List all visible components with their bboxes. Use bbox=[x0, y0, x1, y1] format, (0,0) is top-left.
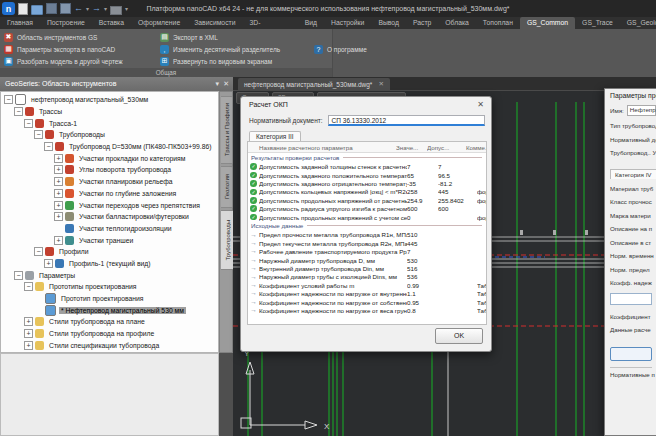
decimal-separator-command[interactable]: ,Изменить десятичный разделитель bbox=[160, 43, 308, 55]
ribbon-tab-gs_trace[interactable]: GS_Trace bbox=[575, 17, 620, 29]
ribbon-tab-gs_geology[interactable]: GS_Geology bbox=[620, 17, 656, 29]
tree-expander-icon[interactable]: − bbox=[14, 107, 23, 116]
ribbon-tab-растр[interactable]: Растр bbox=[406, 17, 438, 29]
tree-expander-icon[interactable]: + bbox=[44, 259, 53, 268]
open-file-icon[interactable] bbox=[31, 5, 43, 15]
table-row[interactable]: →Внутренний диаметр трубопровода Din, мм… bbox=[248, 264, 486, 272]
ribbon-tab-вид[interactable]: Вид bbox=[298, 17, 324, 29]
table-row[interactable]: →Рабочее давление транспортируемого прод… bbox=[248, 248, 486, 256]
export-xml-command[interactable]: ▤Экспорт в XML bbox=[160, 31, 308, 43]
tree-item[interactable]: +Профиль-1 (текущий вид) bbox=[1, 258, 218, 270]
tree-item[interactable]: −Параметры bbox=[1, 269, 218, 281]
tree-item[interactable]: +Участки переходов через препятствия bbox=[1, 199, 218, 211]
nanocad-logo-icon[interactable]: n bbox=[2, 2, 15, 15]
tree-expander-icon[interactable]: + bbox=[54, 165, 63, 174]
category-tab[interactable]: Категория III bbox=[249, 131, 301, 141]
explode-model-command[interactable]: ▣Разобрать модель в другой чертеж bbox=[4, 55, 154, 67]
tree-expander-icon[interactable]: + bbox=[54, 189, 63, 198]
tool-palette-command[interactable]: ✖Область инструментов GS bbox=[4, 31, 154, 43]
table-row[interactable]: →Предел текучести металла трубопровода R… bbox=[248, 239, 486, 247]
tree-expander-icon[interactable]: − bbox=[34, 130, 43, 139]
table-row[interactable]: →Коэффициент надежности по нагрузке от в… bbox=[248, 306, 486, 314]
save-file-icon[interactable] bbox=[46, 3, 57, 14]
save-all-icon[interactable] bbox=[60, 3, 71, 14]
tree-expander-icon[interactable]: − bbox=[24, 282, 33, 291]
ribbon-tab-топоплан[interactable]: Топоплан bbox=[476, 17, 520, 29]
tree-item[interactable]: +Стили трубопровода на плане bbox=[1, 316, 218, 328]
table-row[interactable]: ✓Допустимость заданного положительного т… bbox=[248, 171, 486, 179]
ribbon-tab-главная[interactable]: Главная bbox=[0, 17, 40, 29]
tree-expander-icon[interactable]: + bbox=[24, 329, 33, 338]
norm-doc-input[interactable]: СП 36.13330.2012 bbox=[328, 115, 485, 126]
tree-item[interactable]: * Нефтепровод магистральный 530 мм bbox=[1, 304, 218, 316]
dialog-close-icon[interactable]: ✕ bbox=[477, 97, 484, 112]
ribbon-tab-построение[interactable]: Построение bbox=[40, 17, 92, 29]
redo-dropdown-icon[interactable]: ▾ bbox=[104, 6, 107, 12]
tree-item[interactable]: +Участки по глубине заложения bbox=[1, 188, 218, 200]
undo-dropdown-icon[interactable]: ▾ bbox=[86, 6, 89, 12]
tree-expander-icon[interactable]: − bbox=[24, 119, 33, 128]
tree-expander-icon[interactable]: − bbox=[4, 95, 13, 104]
vertical-tab-геология[interactable]: Геология bbox=[221, 166, 233, 208]
tree-expander-icon[interactable]: + bbox=[24, 341, 33, 350]
right-panel-button[interactable] bbox=[610, 347, 652, 361]
normative-bottom-bar[interactable]: Нормативные п bbox=[610, 367, 652, 378]
tree-expander-icon[interactable]: + bbox=[24, 317, 33, 326]
about-command[interactable]: ?О программе bbox=[314, 43, 384, 55]
tree-item[interactable]: −Трубопровод D=530мм (ПК480-ПК503+99.86) bbox=[1, 141, 218, 153]
tree-expander-icon[interactable]: + bbox=[54, 201, 63, 210]
ribbon-tab-настройки[interactable]: Настройки bbox=[324, 17, 371, 29]
print-icon[interactable] bbox=[110, 6, 122, 15]
tree-expander-icon[interactable]: − bbox=[44, 142, 53, 151]
tree-item[interactable]: −Трасса-1 bbox=[1, 117, 218, 129]
tree-item[interactable]: −Трубопроводы bbox=[1, 129, 218, 141]
document-tab-close-icon[interactable]: ✕ bbox=[378, 80, 383, 88]
ok-button[interactable]: OK bbox=[435, 328, 483, 344]
table-row[interactable]: →Наружный диаметр трубы с изоляцией Dins… bbox=[248, 273, 486, 281]
tree-item[interactable]: −нефтепровод магистральный_530мм bbox=[1, 94, 218, 106]
tree-item[interactable]: +Участки балластировки/футеровки bbox=[1, 211, 218, 223]
ribbon-tab-gs_common[interactable]: GS_Common bbox=[520, 17, 575, 29]
table-row[interactable]: ✓Допустимость заданного отрицательного т… bbox=[248, 179, 486, 187]
tree-expander-icon[interactable]: − bbox=[14, 271, 23, 280]
tree-item[interactable]: +Участки планировки рельефа bbox=[1, 176, 218, 188]
tree-item[interactable]: +Стили спецификации тубопровода bbox=[1, 339, 218, 351]
table-row[interactable]: →Коэффициент надежности по нагрузке от в… bbox=[248, 289, 486, 297]
right-panel-input[interactable] bbox=[610, 293, 652, 305]
table-row[interactable]: →Коэффициент условий работы m0.99Табл. 1… bbox=[248, 281, 486, 289]
panel-close-icon[interactable]: ✕ bbox=[223, 77, 229, 91]
new-file-icon[interactable] bbox=[18, 3, 28, 15]
table-row[interactable]: ✓Допустимость радиуса упругого изгиба к … bbox=[248, 204, 486, 212]
tree-expander-icon[interactable]: + bbox=[54, 154, 63, 163]
table-row[interactable]: ✓Допустимость продольных напряжений от р… bbox=[248, 196, 486, 204]
ribbon-tab-оформление[interactable]: Оформление bbox=[131, 17, 187, 29]
ribbon-tab-облака-точек[interactable]: Облака точек bbox=[438, 17, 476, 29]
tree-item[interactable]: −Прототипы проектирования bbox=[1, 281, 218, 293]
export-settings-command[interactable]: ▦Параметры экспорта в nanoCAD bbox=[4, 43, 154, 55]
table-row[interactable]: →Наружный диаметр трубопровода D, мм530 bbox=[248, 256, 486, 264]
tree-item[interactable]: Прототип проектирования bbox=[1, 293, 218, 305]
tree-item[interactable]: −Профили bbox=[1, 246, 218, 258]
redo-icon[interactable]: → bbox=[92, 4, 101, 13]
tree-expander-icon[interactable]: − bbox=[34, 247, 43, 256]
tree-expander-icon[interactable]: + bbox=[54, 212, 63, 221]
tree-item[interactable]: −Трассы bbox=[1, 106, 218, 118]
ribbon-tab-вывод[interactable]: Вывод bbox=[371, 17, 406, 29]
panel-pin-icon[interactable]: ▾ bbox=[216, 77, 220, 91]
undo-icon[interactable]: ← bbox=[74, 4, 83, 13]
tree-item[interactable]: Участки теплогидроизоляции bbox=[1, 223, 218, 235]
table-row[interactable]: ✓Допустимость продольных напряжений с уч… bbox=[248, 213, 486, 221]
ribbon-tab-зависимости[interactable]: Зависимости bbox=[187, 17, 242, 29]
tree-expander-icon[interactable]: + bbox=[54, 177, 63, 186]
table-row[interactable]: →Предел прочности металла трубопровода R… bbox=[248, 231, 486, 239]
vertical-tab-трассы-и-профили[interactable]: Трассы и Профили bbox=[221, 96, 233, 164]
expand-viewports-command[interactable]: ⊞Развернуть по видовым экранам bbox=[160, 55, 308, 67]
table-row[interactable]: →Коэффициент надежности по нагрузке от с… bbox=[248, 298, 486, 306]
ribbon-tab-вставка[interactable]: Вставка bbox=[92, 17, 131, 29]
tree-expander-icon[interactable]: + bbox=[54, 236, 63, 245]
ribbon-tab-3d-инструменты[interactable]: 3D-инструменты bbox=[242, 17, 297, 29]
table-row[interactable]: ✓Допустимость кольцевых напряжений |σкц|… bbox=[248, 188, 486, 196]
tree-item[interactable]: +Участки траншеи bbox=[1, 234, 218, 246]
tree-item[interactable]: +Участки прокладки по категориям bbox=[1, 152, 218, 164]
category-iv-tab[interactable]: Категория IV bbox=[610, 169, 656, 179]
